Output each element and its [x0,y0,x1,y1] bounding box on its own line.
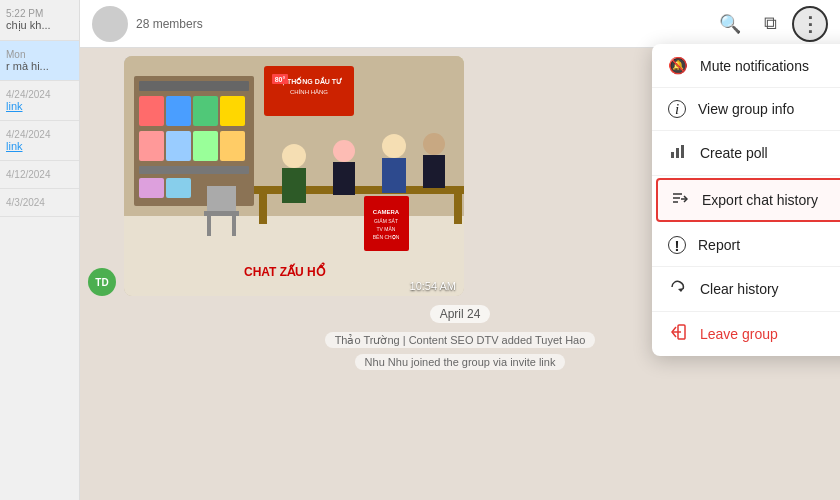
search-icon: 🔍 [719,13,741,35]
svg-text:80°: 80° [275,76,286,83]
svg-rect-23 [454,194,462,224]
svg-point-26 [333,140,355,162]
svg-rect-4 [139,81,249,91]
sidebar-item-0[interactable]: 5:22 PM chịu kh... [0,0,79,41]
sidebar-item-3[interactable]: 4/24/2024 link [0,121,79,161]
dropdown-export-chat[interactable]: Export chat history [656,178,840,222]
svg-rect-15 [166,178,191,198]
leave-icon [668,324,688,344]
sidebar-item-1[interactable]: Mon r mà hi... [0,41,79,81]
svg-text:GIÁM SÁT: GIÁM SÁT [374,218,398,224]
svg-text:CHAT ZẤU HỔ: CHAT ZẤU HỔ [244,262,326,279]
chat-header: 28 members 🔍 ⧉ ⋮ [80,0,840,48]
mute-label: Mute notifications [700,58,809,74]
svg-rect-7 [193,96,218,126]
svg-rect-11 [193,131,218,161]
view-group-info-label: View group info [698,101,794,117]
svg-rect-13 [139,166,249,174]
svg-rect-14 [139,178,164,198]
svg-rect-32 [204,211,239,216]
svg-rect-6 [166,96,191,126]
svg-rect-5 [139,96,164,126]
more-button[interactable]: ⋮ [792,6,828,42]
sidebar-link-2: link [6,100,73,112]
sidebar-item-4[interactable]: 4/12/2024 [0,161,79,189]
sidebar-date-1: Mon [6,49,73,60]
sidebar-date-2: 4/24/2024 [6,89,73,100]
sidebar-date-5: 4/3/2024 [6,197,73,208]
message-timestamp: 10:54 AM [410,280,456,292]
svg-rect-35 [207,186,236,211]
svg-text:TV MÀN: TV MÀN [377,226,396,232]
poll-icon [668,143,688,163]
dropdown-menu[interactable]: 🔕 Mute notifications › i View group info [652,44,840,356]
shop-image-svg: HỆ THỐNG DẦU TƯ CHÍNH HÃNG 80° [124,56,464,296]
export-chat-label: Export chat history [702,192,818,208]
svg-rect-44 [681,145,684,158]
chat-header-info: 28 members [136,17,203,31]
svg-text:CHÍNH HÃNG: CHÍNH HÃNG [290,89,328,95]
sidebar-date-4: 4/12/2024 [6,169,73,180]
info-icon: i [668,100,686,118]
layout-icon: ⧉ [764,13,777,34]
leave-group-label: Leave group [700,326,778,342]
dropdown-clear-history[interactable]: Clear history [652,267,840,312]
svg-rect-27 [333,162,355,195]
group-avatar [92,6,128,42]
chat-header-left: 28 members [92,6,203,42]
svg-point-30 [423,133,445,155]
more-icon: ⋮ [800,12,820,36]
dropdown-mute-notifications[interactable]: 🔕 Mute notifications › [652,44,840,88]
svg-rect-34 [232,216,236,236]
svg-text:CAMERA: CAMERA [373,209,400,215]
report-label: Report [698,237,740,253]
svg-rect-50 [678,325,685,339]
export-icon [670,190,690,210]
svg-rect-25 [282,168,306,203]
svg-rect-9 [139,131,164,161]
svg-rect-33 [207,216,211,236]
clear-history-label: Clear history [700,281,779,297]
sidebar-link-3: link [6,140,73,152]
create-poll-label: Create poll [700,145,768,161]
svg-rect-42 [671,152,674,158]
report-icon: ! [668,236,686,254]
svg-point-28 [382,134,406,158]
svg-text:BÉN CHỌN: BÉN CHỌN [373,234,400,240]
sidebar-time-0: 5:22 PM [6,8,73,19]
sidebar-date-3: 4/24/2024 [6,129,73,140]
chat-header-actions: 🔍 ⧉ ⋮ [712,6,828,42]
layout-button[interactable]: ⧉ [752,6,788,42]
chat-area: 28 members 🔍 ⧉ ⋮ TD [80,0,840,500]
message-image: HỆ THỐNG DẦU TƯ CHÍNH HÃNG 80° [124,56,464,296]
dropdown-report[interactable]: ! Report [652,224,840,267]
svg-rect-29 [382,158,406,193]
clear-icon [668,279,688,299]
svg-rect-43 [676,148,679,158]
sidebar-item-5[interactable]: 4/3/2024 [0,189,79,217]
dropdown-leave-group[interactable]: Leave group [652,312,840,356]
svg-rect-12 [220,131,245,161]
sidebar-preview-1: r mà hi... [6,60,73,72]
svg-rect-8 [220,96,245,126]
sidebar-item-2[interactable]: 4/24/2024 link [0,81,79,121]
dropdown-view-group-info[interactable]: i View group info [652,88,840,131]
svg-rect-22 [259,194,267,224]
member-count: 28 members [136,17,203,31]
sidebar-preview-0: chịu kh... [6,19,73,32]
image-bubble: HỆ THỐNG DẦU TƯ CHÍNH HÃNG 80° [124,56,464,296]
svg-point-24 [282,144,306,168]
mute-icon: 🔕 [668,56,688,75]
svg-rect-31 [423,155,445,188]
sender-avatar: TD [88,268,116,296]
dropdown-create-poll[interactable]: Create poll [652,131,840,176]
sidebar: 5:22 PM chịu kh... Mon r mà hi... 4/24/2… [0,0,80,500]
svg-rect-10 [166,131,191,161]
search-button[interactable]: 🔍 [712,6,748,42]
